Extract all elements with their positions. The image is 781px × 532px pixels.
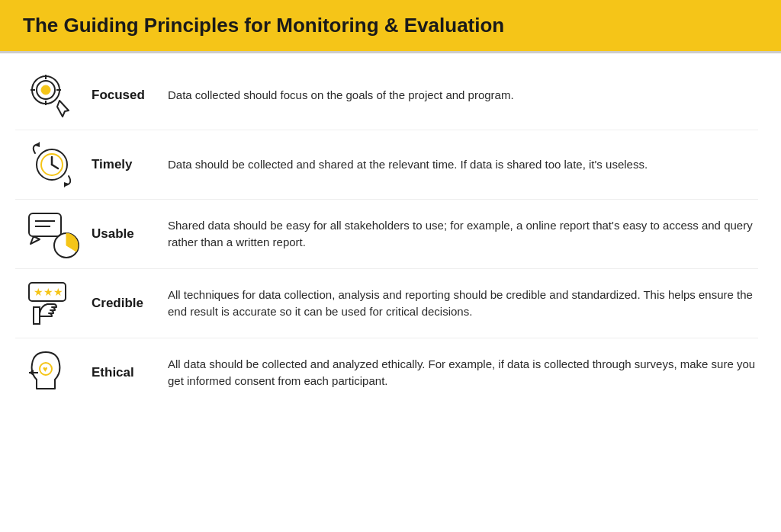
ethical-label: Ethical	[92, 365, 168, 380]
principle-focused: Focused Data collected should focus on t…	[15, 61, 758, 130]
credible-icon-area: ★★★	[15, 277, 92, 330]
svg-line-11	[52, 165, 58, 168]
ethical-icon: ♥	[23, 346, 84, 399]
timely-label: Timely	[92, 157, 168, 172]
timely-icon	[23, 138, 84, 191]
timely-description: Data should be collected and shared at t…	[168, 156, 758, 174]
principle-ethical: ♥ Ethical All data should be collected a…	[15, 338, 758, 407]
ethical-description: All data should be collected and analyze…	[168, 356, 758, 390]
credible-label: Credible	[92, 296, 168, 311]
usable-label: Usable	[92, 226, 168, 242]
usable-icon	[23, 207, 84, 261]
principle-usable: Usable Shared data should be easy for al…	[15, 200, 758, 269]
credible-description: All techniques for data collection, anal…	[168, 287, 758, 321]
usable-description: Shared data should be easy for all stake…	[168, 217, 758, 252]
svg-point-2	[41, 85, 50, 95]
svg-rect-14	[29, 213, 61, 236]
principle-credible: ★★★ Credible All techniques for data col…	[15, 269, 758, 338]
page-header: The Guiding Principles for Monitoring & …	[0, 0, 781, 51]
svg-marker-7	[57, 101, 69, 117]
credible-icon: ★★★	[23, 277, 84, 330]
page-title: The Guiding Principles for Monitoring & …	[23, 14, 758, 37]
svg-marker-17	[31, 236, 40, 244]
ethical-icon-area: ♥	[15, 346, 92, 399]
principles-list: Focused Data collected should focus on t…	[0, 53, 781, 415]
focused-label: Focused	[92, 88, 168, 103]
usable-icon-area	[15, 207, 92, 261]
focused-icon	[23, 69, 84, 122]
svg-text:♥: ♥	[43, 364, 48, 373]
svg-text:★★★: ★★★	[34, 286, 63, 298]
timely-icon-area	[15, 138, 92, 191]
focused-description: Data collected should focus on the goals…	[168, 87, 758, 104]
principle-timely: Timely Data should be collected and shar…	[15, 130, 758, 200]
focused-icon-area	[15, 69, 92, 122]
